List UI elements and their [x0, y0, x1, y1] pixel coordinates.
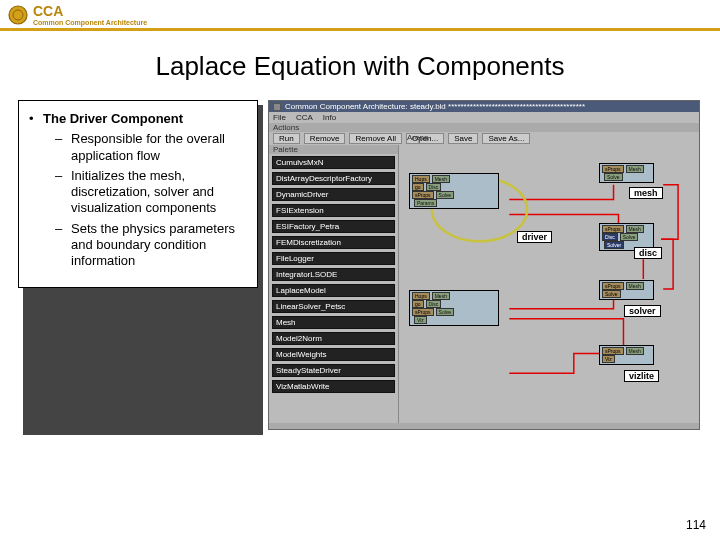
pin[interactable]: sProps	[602, 347, 624, 355]
pin[interactable]: Mesh	[432, 292, 450, 300]
pin[interactable]: Mesh	[626, 165, 644, 173]
dash-icon: –	[55, 168, 71, 217]
palette-panel: Palette CumulvsMxN DistArrayDescriptorFa…	[269, 145, 399, 423]
palette-item[interactable]: LinearSolver_Petsc	[272, 300, 395, 313]
pin[interactable]: sProps	[412, 191, 434, 199]
component-driver[interactable]: HopsMesh goDisc sPropsSolve Params	[409, 173, 499, 209]
pin[interactable]: sProps	[602, 165, 624, 173]
remove-all-button[interactable]: Remove All	[349, 133, 401, 144]
window-title: Common Component Architecture: steady.bl…	[285, 102, 585, 111]
pin[interactable]: Disc	[426, 183, 442, 191]
palette-item[interactable]: LaplaceModel	[272, 284, 395, 297]
pin[interactable]: Params	[414, 199, 437, 207]
topic-text: The Driver Component	[43, 111, 183, 127]
label-vizlite: vizlite	[624, 370, 659, 382]
menu-info[interactable]: Info	[323, 113, 336, 122]
save-button[interactable]: Save	[448, 133, 478, 144]
dash-icon: –	[55, 221, 71, 270]
screenshot-panel: Common Component Architecture: steady.bl…	[268, 100, 700, 430]
window-titlebar: Common Component Architecture: steady.bl…	[269, 101, 699, 112]
palette-label: Palette	[269, 145, 398, 154]
palette-item[interactable]: CumulvsMxN	[272, 156, 395, 169]
pin[interactable]: sProps	[602, 225, 624, 233]
label-solver: solver	[624, 305, 661, 317]
palette-item[interactable]: SteadyStateDriver	[272, 364, 395, 377]
pin[interactable]: Hops	[412, 292, 430, 300]
palette-item[interactable]: DynamicDriver	[272, 188, 395, 201]
cca-logo-icon	[6, 3, 30, 27]
label-disc: disc	[634, 247, 662, 259]
menu-file[interactable]: File	[273, 113, 286, 122]
svg-point-0	[9, 6, 27, 24]
text-panel: • The Driver Component – Responsible for…	[18, 100, 258, 288]
component-block[interactable]: HopsMesh goDisc sPropsSolve Viz	[409, 290, 499, 326]
pin[interactable]: Mesh	[626, 225, 644, 233]
pin[interactable]: Solve	[602, 290, 621, 298]
palette-item[interactable]: VizMatlabWrite	[272, 380, 395, 393]
pin[interactable]: Solver	[604, 241, 624, 249]
content-area: • The Driver Component – Responsible for…	[0, 100, 720, 430]
palette-item[interactable]: ESIFactory_Petra	[272, 220, 395, 233]
sub-item: Responsible for the overall application …	[71, 131, 249, 164]
arena-panel: Arena HopsMesh	[399, 145, 699, 423]
label-mesh: mesh	[629, 187, 663, 199]
slide-title: Laplace Equation with Components	[0, 31, 720, 100]
actions-label: Actions	[269, 123, 699, 132]
header-acronym: CCA	[33, 4, 147, 18]
page-number: 114	[686, 518, 706, 532]
arena-label: Arena	[403, 133, 432, 142]
palette-item[interactable]: ModelWeights	[272, 348, 395, 361]
menu-cca[interactable]: CCA	[296, 113, 313, 122]
pin[interactable]: Mesh	[626, 347, 644, 355]
pin[interactable]: Solve	[604, 173, 623, 181]
component-mesh[interactable]: sPropsMesh Solve	[599, 163, 654, 183]
header-subtitle: Common Component Architecture	[33, 19, 147, 26]
pin[interactable]: Disc	[602, 233, 618, 241]
pin[interactable]: Solve	[436, 191, 455, 199]
pin[interactable]: go	[412, 300, 424, 308]
dash-icon: –	[55, 131, 71, 164]
palette-item[interactable]: Model2Norm	[272, 332, 395, 345]
pin[interactable]: Viz	[602, 355, 615, 363]
component-viz[interactable]: sPropsMesh Viz	[599, 345, 654, 365]
bullet-icon: •	[29, 111, 43, 127]
pin[interactable]: sProps	[602, 282, 624, 290]
palette-item[interactable]: FSIExtension	[272, 204, 395, 217]
pin[interactable]: Viz	[414, 316, 427, 324]
pin[interactable]: Mesh	[432, 175, 450, 183]
palette-item[interactable]: FileLogger	[272, 252, 395, 265]
palette-item[interactable]: DistArrayDescriptorFactory	[272, 172, 395, 185]
palette-item[interactable]: Mesh	[272, 316, 395, 329]
pin[interactable]: Solve	[436, 308, 455, 316]
action-bar: Run Remove Remove All Open... Save Save …	[269, 132, 699, 145]
component-solver[interactable]: sPropsMesh Solve	[599, 280, 654, 300]
pin[interactable]: go	[412, 183, 424, 191]
pin[interactable]: Mesh	[626, 282, 644, 290]
slide-header: CCA Common Component Architecture	[0, 0, 720, 28]
run-button[interactable]: Run	[273, 133, 300, 144]
pin[interactable]: sProps	[412, 308, 434, 316]
label-driver: driver	[517, 231, 552, 243]
pin[interactable]: Hops	[412, 175, 430, 183]
menu-bar: File CCA Info	[269, 112, 699, 123]
pin[interactable]: Disc	[426, 300, 442, 308]
palette-item[interactable]: IntegratorLSODE	[272, 268, 395, 281]
sub-item: Initializes the mesh, discretization, so…	[71, 168, 249, 217]
window-icon	[273, 103, 281, 111]
palette-item[interactable]: FEMDiscretization	[272, 236, 395, 249]
remove-button[interactable]: Remove	[304, 133, 346, 144]
pin[interactable]: Solve	[620, 233, 639, 241]
sub-item: Sets the physics parameters and boundary…	[71, 221, 249, 270]
save-as-button[interactable]: Save As...	[482, 133, 530, 144]
